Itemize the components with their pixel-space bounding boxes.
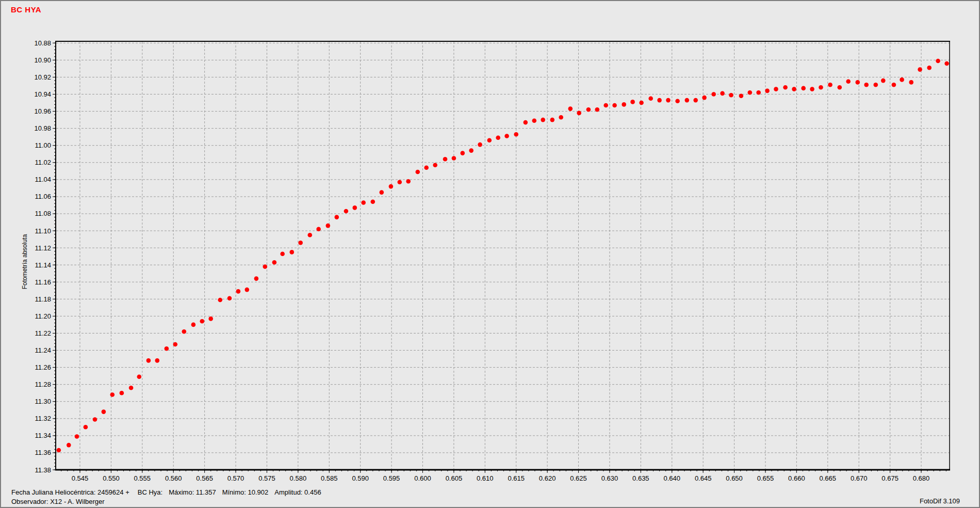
data-point bbox=[936, 59, 940, 64]
y-tick-label: 11.26 bbox=[35, 363, 51, 371]
data-point bbox=[335, 215, 339, 219]
y-tick-label: 11.24 bbox=[35, 346, 51, 354]
data-point bbox=[290, 250, 295, 255]
x-tick-label: 0.635 bbox=[632, 474, 649, 482]
data-point bbox=[67, 443, 71, 448]
data-point bbox=[685, 98, 690, 103]
data-point bbox=[84, 425, 88, 430]
data-point bbox=[819, 85, 823, 90]
data-point bbox=[918, 67, 922, 72]
data-point bbox=[927, 66, 932, 70]
data-point bbox=[648, 97, 653, 101]
data-point bbox=[881, 78, 886, 83]
data-point bbox=[944, 61, 949, 66]
data-point bbox=[353, 205, 357, 210]
y-tick-label: 11.28 bbox=[35, 380, 51, 388]
data-point bbox=[900, 77, 904, 82]
x-tick-label: 0.605 bbox=[446, 474, 463, 482]
y-tick-label: 10.92 bbox=[34, 73, 51, 81]
y-tick-label: 11.20 bbox=[35, 312, 51, 320]
plot-border bbox=[55, 41, 950, 470]
y-tick-label: 11.18 bbox=[35, 295, 51, 303]
star-name-label: BC Hya: bbox=[138, 488, 162, 497]
data-point bbox=[577, 111, 581, 116]
data-point bbox=[57, 448, 61, 453]
data-point bbox=[838, 85, 842, 90]
data-point bbox=[514, 132, 518, 137]
y-tick-label: 10.94 bbox=[34, 90, 51, 98]
data-point bbox=[892, 83, 896, 87]
data-point bbox=[155, 358, 160, 363]
x-tick-label: 0.610 bbox=[477, 474, 494, 482]
data-point bbox=[630, 100, 635, 104]
data-point bbox=[298, 241, 303, 245]
y-tick-label: 11.34 bbox=[35, 432, 51, 439]
data-point bbox=[254, 276, 259, 281]
x-tick-label: 0.555 bbox=[134, 474, 151, 482]
fotodif-window: BC HYA 0.5450.5500.5550.5600.5650.5700.5… bbox=[0, 0, 980, 508]
data-point bbox=[810, 87, 814, 91]
data-points bbox=[57, 59, 949, 453]
data-point bbox=[120, 391, 124, 395]
julian-date-label: Fecha Juliana Heliocéntrica: 2459624 + bbox=[11, 488, 129, 497]
data-point bbox=[272, 260, 277, 265]
data-point bbox=[504, 134, 509, 138]
data-point bbox=[398, 180, 402, 185]
data-point bbox=[711, 92, 716, 97]
data-point bbox=[874, 83, 878, 87]
light-curve-plot: 0.5450.5500.5550.5600.5650.5700.5750.580… bbox=[1, 1, 980, 508]
data-point bbox=[550, 118, 555, 122]
data-point bbox=[496, 136, 500, 140]
x-tick-label: 0.585 bbox=[321, 474, 338, 482]
status-line-observer: Observador: X12 - A. Wilberger bbox=[11, 497, 321, 506]
data-point bbox=[93, 417, 97, 422]
data-point bbox=[783, 85, 788, 90]
y-tick-label: 11.02 bbox=[35, 158, 51, 166]
data-point bbox=[693, 98, 698, 103]
data-point bbox=[774, 87, 778, 91]
data-point bbox=[739, 94, 744, 99]
x-tick-label: 0.640 bbox=[663, 474, 680, 482]
data-point bbox=[424, 165, 429, 170]
data-point bbox=[137, 375, 142, 379]
data-point bbox=[478, 142, 482, 147]
axis-ticks bbox=[53, 43, 946, 473]
x-tick-label: 0.670 bbox=[851, 474, 868, 482]
data-point bbox=[236, 289, 241, 294]
data-point bbox=[461, 151, 465, 155]
data-point bbox=[326, 224, 331, 228]
x-tick-labels: 0.5450.5500.5550.5600.5650.5700.5750.580… bbox=[72, 474, 930, 482]
y-tick-label: 11.10 bbox=[35, 227, 51, 235]
data-point bbox=[559, 115, 563, 120]
data-point bbox=[729, 93, 733, 98]
data-point bbox=[173, 342, 178, 347]
data-point bbox=[129, 386, 134, 390]
data-point bbox=[245, 288, 250, 292]
x-tick-label: 0.645 bbox=[695, 474, 712, 482]
data-point bbox=[756, 90, 761, 95]
x-tick-label: 0.660 bbox=[788, 474, 805, 482]
data-point bbox=[308, 233, 313, 237]
data-point bbox=[208, 316, 213, 321]
data-point bbox=[765, 89, 770, 93]
data-point bbox=[146, 358, 151, 363]
y-tick-label: 11.30 bbox=[35, 398, 51, 405]
data-point bbox=[828, 83, 832, 87]
y-tick-label: 11.04 bbox=[35, 176, 51, 183]
data-point bbox=[792, 87, 796, 91]
data-point bbox=[586, 107, 591, 112]
x-tick-label: 0.600 bbox=[414, 474, 431, 482]
data-point bbox=[191, 323, 196, 327]
x-tick-label: 0.570 bbox=[227, 474, 244, 482]
app-version-label: FotoDif 3.109 bbox=[920, 497, 960, 505]
data-point bbox=[532, 119, 537, 123]
data-point bbox=[748, 90, 753, 95]
data-point bbox=[702, 96, 707, 100]
y-tick-label: 10.98 bbox=[34, 124, 51, 132]
y-tick-label: 10.88 bbox=[34, 39, 51, 47]
x-tick-label: 0.630 bbox=[601, 474, 618, 482]
x-tick-label: 0.620 bbox=[539, 474, 556, 482]
data-point bbox=[380, 190, 384, 195]
x-tick-label: 0.580 bbox=[290, 474, 307, 482]
data-point bbox=[487, 138, 492, 143]
